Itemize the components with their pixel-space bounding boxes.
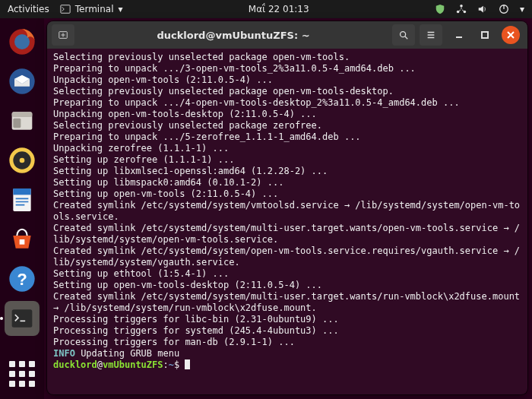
terminal-line: Selecting previously unselected package … — [53, 52, 521, 63]
dock-item-files[interactable] — [5, 103, 40, 138]
terminal-line: Preparing to unpack .../3-open-vm-tools_… — [53, 63, 521, 74]
svg-rect-9 — [12, 112, 33, 117]
svg-rect-19 — [12, 309, 33, 327]
terminal-line: Unpacking open-vm-tools-desktop (2:11.0.… — [53, 109, 521, 120]
terminal-line: Created symlink /etc/systemd/system/mult… — [53, 291, 521, 314]
terminal-line: Setting up open-vm-tools (2:11.0.5-4) ..… — [53, 188, 521, 200]
svg-rect-15 — [13, 188, 30, 195]
maximize-button[interactable] — [476, 26, 494, 44]
svg-text:?: ? — [17, 270, 27, 289]
terminal-line: Setting up libxmlsec1-openssl:amd64 (1.2… — [53, 166, 521, 177]
svg-rect-16 — [20, 239, 25, 245]
window-titlebar[interactable]: ducklord@vmUbuntuZFS: ~ — [47, 21, 527, 49]
svg-point-21 — [401, 32, 406, 37]
clock[interactable]: Μαΐ 22 01:13 — [249, 4, 309, 14]
svg-rect-10 — [13, 119, 21, 128]
shield-icon[interactable] — [435, 4, 445, 14]
dock-item-software[interactable] — [5, 222, 40, 257]
volume-icon[interactable] — [477, 4, 488, 14]
cursor — [185, 359, 190, 369]
terminal-line: Processing triggers for systemd (245.4-4… — [53, 325, 521, 337]
terminal-line: Setting up zerofree (1.1.1-1) ... — [53, 154, 521, 166]
top-bar: Activities Terminal ▾ Μαΐ 22 01:13 ▾ — [0, 0, 532, 18]
terminal-line: Selecting previously unselected package … — [53, 120, 521, 131]
dock-item-rhythmbox[interactable] — [5, 143, 40, 178]
dock-item-writer[interactable] — [5, 182, 40, 217]
terminal-menu-icon — [60, 4, 71, 14]
dock-item-thunderbird[interactable] — [5, 64, 40, 99]
terminal-line: INFO Updating GRUB menu — [53, 348, 521, 359]
terminal-line: Unpacking zerofree (1.1.1-1) ... — [53, 143, 521, 154]
terminal-line: Created symlink /etc/systemd/system/vmto… — [53, 200, 521, 223]
terminal-window: ducklord@vmUbuntuZFS: ~ Selecting previo… — [47, 21, 527, 394]
dock-item-terminal[interactable] — [5, 301, 40, 336]
terminal-output[interactable]: Selecting previously unselected package … — [47, 49, 527, 394]
dock-item-help[interactable]: ? — [5, 261, 40, 296]
terminal-line: Selecting previously unselected package … — [53, 86, 521, 97]
app-menu-label: Terminal — [75, 4, 114, 14]
chevron-down-icon[interactable]: ▾ — [520, 4, 524, 14]
show-applications-button[interactable] — [5, 356, 40, 391]
power-icon[interactable] — [499, 4, 509, 14]
svg-point-1 — [460, 5, 463, 8]
terminal-line: Processing triggers for man-db (2.9.1-1)… — [53, 337, 521, 348]
svg-point-6 — [14, 34, 30, 49]
new-tab-button[interactable] — [52, 24, 74, 46]
terminal-line: Preparing to unpack .../5-zerofree_1.1.1… — [53, 131, 521, 143]
chevron-down-icon: ▾ — [118, 4, 122, 14]
terminal-line: Unpacking open-vm-tools (2:11.0.5-4) ... — [53, 74, 521, 86]
search-button[interactable] — [392, 24, 415, 46]
terminal-line: Setting up libmspack0:amd64 (0.10.1-2) .… — [53, 177, 521, 188]
window-title: ducklord@vmUbuntuZFS: ~ — [79, 30, 388, 41]
app-menu[interactable]: Terminal ▾ — [60, 4, 123, 14]
close-button[interactable] — [502, 26, 520, 44]
dock-item-firefox[interactable] — [5, 24, 40, 59]
svg-rect-22 — [482, 32, 488, 38]
terminal-line: Setting up ethtool (1:5.4-1) ... — [53, 268, 521, 280]
terminal-line: Created symlink /etc/systemd/system/open… — [53, 245, 521, 268]
svg-point-13 — [20, 158, 25, 163]
terminal-line: Created symlink /etc/systemd/system/mult… — [53, 223, 521, 245]
terminal-line: Setting up open-vm-tools-desktop (2:11.0… — [53, 280, 521, 291]
terminal-line: Processing triggers for libc-bin (2.31-0… — [53, 314, 521, 325]
svg-rect-0 — [61, 5, 70, 14]
dock: ? — [0, 18, 44, 399]
menu-button[interactable] — [420, 24, 442, 46]
activities-button[interactable]: Activities — [8, 4, 49, 14]
network-icon[interactable] — [456, 4, 467, 14]
minimize-button[interactable] — [450, 26, 468, 44]
terminal-prompt: ducklord@vmUbuntuZFS:~$ — [53, 359, 521, 371]
terminal-line: Preparing to unpack .../4-open-vm-tools-… — [53, 97, 521, 109]
